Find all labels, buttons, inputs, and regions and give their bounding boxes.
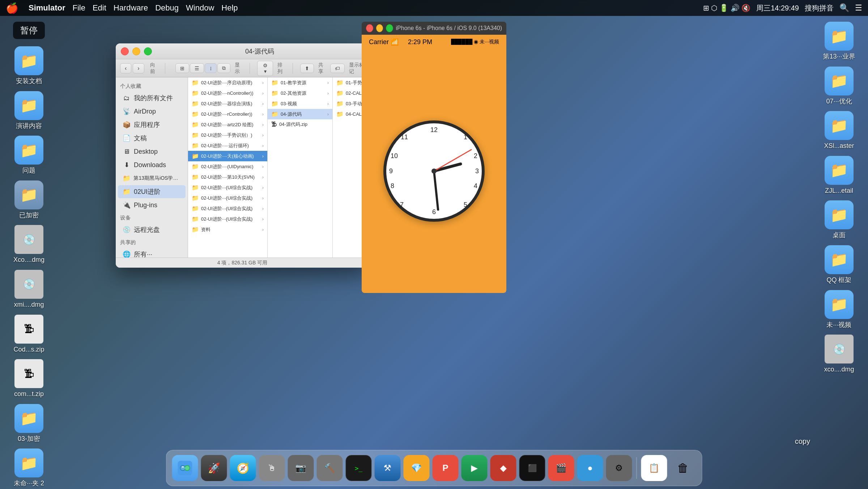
dock-item-photo[interactable]: 📷: [288, 455, 314, 481]
file-item-selected2[interactable]: 📁04-源代码›: [268, 109, 332, 119]
dock-item-mouse[interactable]: 🖱: [259, 455, 285, 481]
desktop-icon-zjl[interactable]: 📁 ZJL...etail: [817, 156, 861, 195]
desktop-icon-desktop[interactable]: 📁 桌面: [817, 200, 861, 239]
file-item[interactable]: 📁02-UI进阶····手势识别）)›: [188, 130, 267, 140]
desktop-icon-problem[interactable]: 📁 问题: [7, 136, 51, 175]
sim-maximize-button[interactable]: [386, 24, 393, 32]
icon-label: 安装文档: [16, 77, 42, 85]
column-view-button[interactable]: ⫶: [205, 63, 217, 73]
file-item[interactable]: 📁02-UI进阶····(UIDynamic)›: [188, 161, 267, 172]
plugins-icon: 🔌: [122, 201, 131, 209]
file-item[interactable]: 📁02-UI进阶····artz2D 绘图)›: [188, 119, 267, 130]
sidebar-item-apps[interactable]: 📦 应用程序: [118, 118, 186, 131]
dock-item-terminal2[interactable]: ⬛: [519, 455, 545, 481]
chevron-icon: ›: [262, 133, 264, 138]
menubar-hardware[interactable]: Hardware: [114, 3, 148, 13]
sidebar-item-label: 远程光盘: [134, 225, 160, 234]
desktop-icon-xco-dmg2[interactable]: 💿 xco....dmg: [817, 335, 861, 374]
desktop-icon-install-docs[interactable]: 📁 安装文档: [7, 46, 51, 85]
desktop-icon-xmi-dmg[interactable]: 💿 xmi....dmg: [7, 270, 51, 309]
dock-item-safari[interactable]: 🧭: [230, 455, 256, 481]
desktop-icon-xsl[interactable]: 📁 XSl...aster: [817, 111, 861, 150]
list-view-button[interactable]: ☰: [190, 63, 204, 73]
dock-item-media[interactable]: 🎬: [548, 455, 574, 481]
sidebar-item-plugins[interactable]: 🔌 Plug-ins: [118, 199, 186, 212]
sort-button[interactable]: ⚙ ▾: [257, 61, 273, 76]
file-item-selected[interactable]: 📁02-UI进阶····天(核心动画)›: [188, 151, 267, 161]
dock-item-app[interactable]: ◆: [490, 455, 516, 481]
file-item[interactable]: 📁02-UI进阶···(UI综合实战)›: [188, 182, 267, 193]
sketch-icon: 💎: [411, 463, 422, 473]
menubar-simulator[interactable]: Simulator: [29, 3, 65, 13]
file-name: 02-UI进阶····手势识别）): [201, 132, 252, 139]
file-item[interactable]: 📁02-UI进阶····序启动原理)›: [188, 77, 267, 88]
sidebar-item-airdrop[interactable]: 📡 AirDrop: [118, 105, 186, 118]
minimize-button[interactable]: [132, 47, 140, 55]
coverflow-view-button[interactable]: ⧉: [217, 63, 230, 73]
dock-item-player[interactable]: ▶: [461, 455, 488, 481]
dock-item-tools[interactable]: 🔨: [317, 455, 343, 481]
close-button[interactable]: [121, 47, 129, 55]
dock-item-xcode[interactable]: ⚒: [375, 455, 401, 481]
dock-item-launchpad[interactable]: 🚀: [201, 455, 227, 481]
desktop-icon-07[interactable]: 📁 07···优化: [817, 67, 861, 106]
file-item[interactable]: 📁02-UI进阶···(UI综合实战)›: [188, 203, 267, 214]
file-item[interactable]: 📁02-UI进阶····nController))›: [188, 88, 267, 98]
dock-item-terminal[interactable]: >_: [346, 455, 372, 481]
simulator-titlebar: iPhone 6s - iPhone 6s / iOS 9.0 (13A340): [362, 22, 506, 35]
file-item[interactable]: 📁03-视频›: [268, 98, 332, 109]
menubar-window[interactable]: Window: [186, 3, 214, 13]
file-item[interactable]: 📁02-UI进阶····rController))›: [188, 109, 267, 119]
menubar-file[interactable]: File: [72, 3, 85, 13]
dock-item-trash[interactable]: 🗑: [670, 455, 696, 481]
dock-item-note[interactable]: 📋: [641, 455, 667, 481]
dock-item-pencil[interactable]: P: [433, 455, 459, 481]
icon-view-button[interactable]: ⊞: [175, 63, 189, 73]
sim-close-button[interactable]: [366, 24, 373, 32]
file-item[interactable]: 📁02-UI进阶·····运行循环)›: [188, 140, 267, 151]
dock-item-gear[interactable]: ⚙: [606, 455, 632, 481]
file-item[interactable]: 📁02-UI进阶···(UI综合实战)›: [188, 214, 267, 224]
sidebar-item-desktop[interactable]: 🖥 Desktop: [118, 145, 186, 158]
menubar-list-icon[interactable]: ☰: [855, 3, 862, 13]
forward-button[interactable]: ›: [133, 63, 144, 73]
gear-icon: ⚙: [615, 463, 623, 473]
sidebar-item-downloads[interactable]: ⬇ Downloads: [118, 158, 186, 171]
dock-item-finder[interactable]: [172, 455, 198, 481]
menubar-edit[interactable]: Edit: [93, 3, 106, 13]
desktop-icon-xco-dmg[interactable]: 💿 Xco....dmg: [7, 225, 51, 264]
dock-item-sketch[interactable]: 💎: [404, 455, 430, 481]
dock-item-app2[interactable]: ●: [577, 455, 603, 481]
sidebar-item-all-shared[interactable]: 🌐 所有···: [118, 248, 186, 258]
share-button[interactable]: ⬆: [300, 64, 314, 73]
apple-menu-icon[interactable]: 🍎: [6, 2, 18, 14]
sim-minimize-button[interactable]: [376, 24, 383, 32]
sidebar-item-remote-disc[interactable]: 💿 远程光盘: [118, 223, 186, 236]
menubar-search-icon[interactable]: 🔍: [839, 3, 849, 13]
sidebar-item-all-files[interactable]: 🗂 我的所有文件: [118, 92, 186, 105]
file-item[interactable]: 📁02-UI进阶····第10天(SVN)›: [188, 172, 267, 182]
desktop-icon-com-zip[interactable]: 🗜 com...t.zip: [7, 359, 51, 398]
file-item[interactable]: 📁02-UI进阶···(UI综合实战)›: [188, 193, 267, 203]
menubar-debug[interactable]: Debug: [155, 3, 179, 13]
file-item[interactable]: 🗜04-源代码.zip: [268, 119, 332, 129]
desktop-icon-qq[interactable]: 📁 QQ 框架: [817, 245, 861, 284]
sidebar-item-docs[interactable]: 📄 文稿: [118, 132, 186, 145]
desktop-icon-unnamed2[interactable]: 📁 未命···夹 2: [7, 448, 51, 488]
maximize-button[interactable]: [144, 47, 152, 55]
file-item[interactable]: 📁资料›: [188, 224, 267, 235]
tag-button[interactable]: 🏷: [330, 64, 345, 73]
sidebar-item-02ui[interactable]: 📁 02UI进阶: [118, 185, 186, 198]
desktop-icon-13th[interactable]: 📁 第13···业界: [817, 22, 861, 61]
back-button[interactable]: ‹: [120, 63, 131, 73]
desktop-icon-encrypt03[interactable]: 📁 03-加密: [7, 404, 51, 443]
desktop-icon-lecture[interactable]: 📁 演讲内容: [7, 91, 51, 130]
desktop-icon-video[interactable]: 📁 未···视频: [817, 290, 861, 329]
file-item[interactable]: 📁02-UI进阶····器综合演练)›: [188, 98, 267, 109]
file-item[interactable]: 📁01-教学资源›: [268, 77, 332, 88]
desktop-icon-encrypted[interactable]: 📁 已加密: [7, 180, 51, 220]
sidebar-item-13th[interactable]: 📁 第13期黑马iOS学科···: [118, 172, 186, 185]
desktop-icon-cod-zip[interactable]: 🗜 Cod...s.zip: [7, 315, 51, 354]
file-item[interactable]: 📁02-其他资源›: [268, 88, 332, 98]
menubar-help[interactable]: Help: [221, 3, 238, 13]
